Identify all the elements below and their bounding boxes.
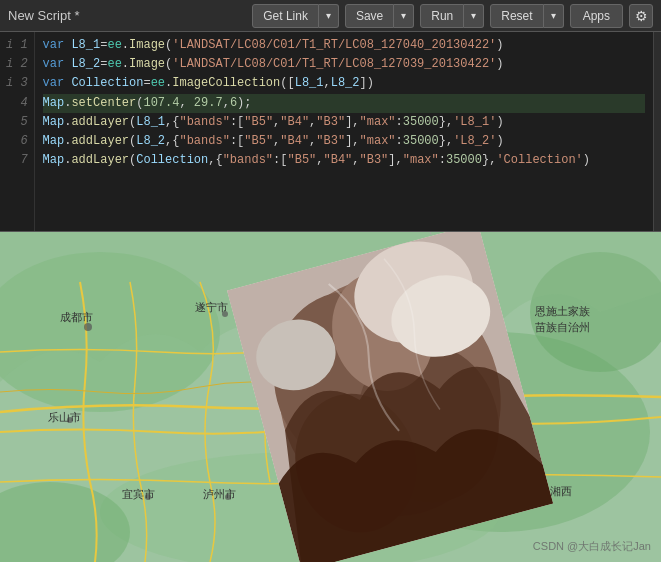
get-link-dropdown[interactable]: ▾	[319, 4, 339, 28]
toolbar: New Script * Get Link ▾ Save ▾ Run ▾ Res…	[0, 0, 661, 32]
get-link-group: Get Link ▾	[252, 4, 339, 28]
city-leshan: 乐山市	[48, 410, 81, 425]
city-suining: 遂宁市	[195, 300, 228, 315]
line-number-3: i 3	[6, 74, 28, 93]
code-lines[interactable]: var L8_1=ee.Image('LANDSAT/LC08/C01/T1_R…	[35, 32, 653, 231]
reset-dropdown[interactable]: ▾	[544, 4, 564, 28]
save-dropdown[interactable]: ▾	[394, 4, 414, 28]
save-button[interactable]: Save	[345, 4, 394, 28]
watermark: CSDN @大白成长记Jan	[533, 539, 651, 554]
run-button[interactable]: Run	[420, 4, 464, 28]
gear-icon: ⚙	[635, 8, 648, 24]
map-area[interactable]: 成都市 遂宁市 乐山市 重 宜宾市 泸州市 恩施土家族 苗族自治州 湘西	[0, 232, 661, 562]
line-number-1: i 1	[6, 36, 28, 55]
city-chengdu: 成都市	[60, 310, 93, 325]
line-number-6: 6	[6, 132, 28, 151]
city-enshi-1: 恩施土家族	[535, 304, 590, 319]
line-number-7: 7	[6, 151, 28, 170]
run-group: Run ▾	[420, 4, 484, 28]
code-editor[interactable]: i 1 i 2 i 3 4 5 6 7 var L8_1=ee.Image('L…	[0, 32, 661, 232]
code-line-4: Map.setCenter(107.4, 29.7,6);	[43, 94, 645, 113]
run-dropdown[interactable]: ▾	[464, 4, 484, 28]
script-title: New Script *	[8, 8, 80, 23]
line-number-5: 5	[6, 113, 28, 132]
code-line-7: Map.addLayer(Collection,{"bands":["B5","…	[43, 151, 645, 170]
reset-group: Reset ▾	[490, 4, 563, 28]
code-line-5: Map.addLayer(L8_1,{"bands":["B5","B4","B…	[43, 113, 645, 132]
reset-button[interactable]: Reset	[490, 4, 543, 28]
code-line-6: Map.addLayer(L8_2,{"bands":["B5","B4","B…	[43, 132, 645, 151]
code-line-3: var Collection=ee.ImageCollection([L8_1,…	[43, 74, 645, 93]
line-number-2: i 2	[6, 55, 28, 74]
editor-scrollbar[interactable]	[653, 32, 661, 231]
city-xiangxi: 湘西	[550, 484, 572, 499]
line-numbers: i 1 i 2 i 3 4 5 6 7	[0, 32, 35, 231]
city-luzhou: 泸州市	[203, 487, 236, 502]
save-group: Save ▾	[345, 4, 414, 28]
line-number-4: 4	[6, 94, 28, 113]
get-link-button[interactable]: Get Link	[252, 4, 319, 28]
city-yibin: 宜宾市	[122, 487, 155, 502]
code-line-1: var L8_1=ee.Image('LANDSAT/LC08/C01/T1_R…	[43, 36, 645, 55]
city-enshi-2: 苗族自治州	[535, 320, 590, 335]
code-line-2: var L8_2=ee.Image('LANDSAT/LC08/C01/T1_R…	[43, 55, 645, 74]
apps-button[interactable]: Apps	[570, 4, 623, 28]
settings-button[interactable]: ⚙	[629, 4, 653, 28]
